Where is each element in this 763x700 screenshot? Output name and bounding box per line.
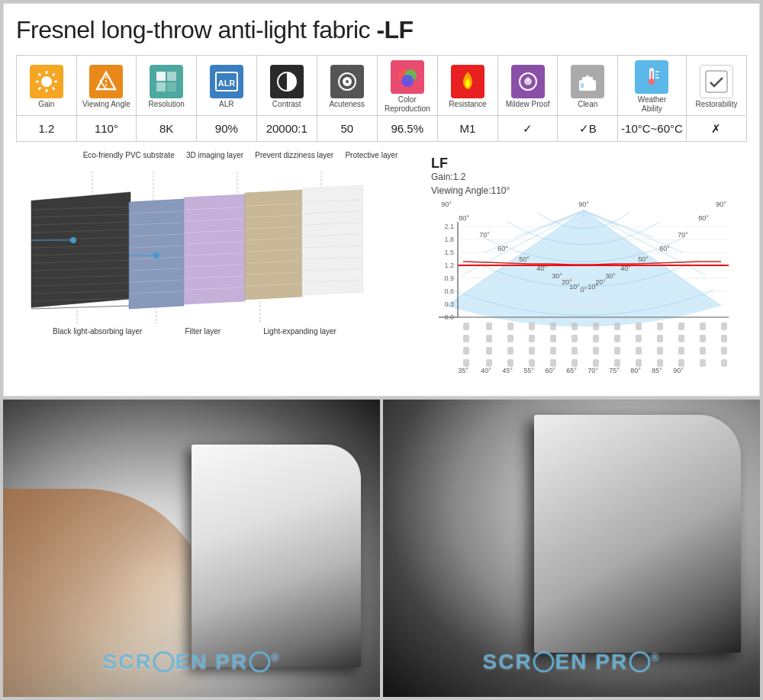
screen-pro-logo-right: SCREN PR® <box>482 650 660 674</box>
spec-contrast: Contrast <box>256 56 317 116</box>
val-viewing-angle: 110° <box>76 116 137 142</box>
svg-rect-180 <box>593 347 599 355</box>
svg-text:70°: 70° <box>588 367 598 374</box>
diagram-left: Eco-friendly PVC substrate 3D imaging la… <box>16 151 419 390</box>
screen-pro-o4-icon <box>629 651 650 673</box>
spec-restorability: Restorability <box>686 56 746 116</box>
main-container: Fresnel long-throw anti-light fabric -LF… <box>0 0 763 700</box>
val-restorability: ✗ <box>686 116 746 142</box>
svg-line-8 <box>38 88 40 90</box>
svg-text:55°: 55° <box>523 367 534 374</box>
svg-rect-161 <box>463 335 469 342</box>
svg-marker-74 <box>245 190 302 300</box>
spec-viewing-angle: Viewing Angle <box>76 56 137 116</box>
svg-rect-151 <box>529 323 535 330</box>
svg-rect-158 <box>678 323 684 330</box>
alr-icon: ALR <box>210 65 243 98</box>
svg-point-21 <box>346 80 349 83</box>
acuteness-icon <box>330 65 364 98</box>
alr-label: ALR <box>198 100 255 109</box>
svg-rect-171 <box>678 335 684 342</box>
svg-rect-170 <box>657 335 663 342</box>
svg-rect-167 <box>593 335 599 342</box>
svg-text:30°: 30° <box>605 272 616 280</box>
svg-rect-15 <box>167 82 176 92</box>
svg-rect-194 <box>614 359 620 367</box>
svg-rect-155 <box>614 323 620 330</box>
svg-rect-168 <box>614 335 620 342</box>
weather-ability-label: WeatherAbility <box>620 95 684 114</box>
diagram-right: LF Gain:1.2 Viewing Angle:110° <box>427 151 747 390</box>
svg-text:80°: 80° <box>459 214 469 222</box>
svg-text:ALR: ALR <box>218 79 236 88</box>
svg-rect-184 <box>678 347 684 355</box>
svg-rect-181 <box>614 347 620 355</box>
svg-rect-165 <box>550 335 556 342</box>
svg-text:40°: 40° <box>481 367 491 374</box>
svg-text:65°: 65° <box>566 367 577 374</box>
svg-point-26 <box>526 77 530 82</box>
specs-table: Gain Viewing Angle Resolutio <box>16 55 747 142</box>
svg-text:45°: 45° <box>502 367 513 374</box>
svg-text:90°: 90° <box>716 201 726 208</box>
svg-rect-160 <box>721 323 727 330</box>
chart-title: LF <box>431 156 742 172</box>
svg-rect-29 <box>581 83 584 88</box>
label-protective: Protective layer <box>345 151 398 159</box>
svg-rect-172 <box>700 335 706 342</box>
svg-rect-14 <box>156 82 166 92</box>
spec-resistance: Resistance <box>437 56 497 116</box>
svg-line-7 <box>53 74 55 76</box>
svg-text:35°: 35° <box>458 367 468 374</box>
resistance-label: Resistance <box>439 100 496 109</box>
resolution-icon <box>150 65 183 98</box>
spec-resolution: Resolution <box>137 56 197 116</box>
svg-text:1.5: 1.5 <box>444 249 454 256</box>
svg-rect-162 <box>486 335 492 342</box>
svg-rect-186 <box>721 347 727 355</box>
bottom-panel-right: SCREN PR® <box>383 400 760 697</box>
svg-point-0 <box>41 76 52 87</box>
svg-text:0.6: 0.6 <box>444 287 454 295</box>
svg-text:90°: 90° <box>673 367 684 374</box>
registered-mark: ® <box>271 651 280 663</box>
svg-rect-195 <box>636 359 642 367</box>
label-light-expanding: Light-expanding layer <box>263 327 336 336</box>
restorability-icon <box>700 65 733 98</box>
svg-text:50°: 50° <box>519 255 530 263</box>
acuteness-label: Acuteness <box>319 100 375 109</box>
val-gain: 1.2 <box>17 116 77 142</box>
svg-rect-198 <box>700 359 706 367</box>
svg-rect-178 <box>550 347 556 355</box>
svg-rect-169 <box>636 335 642 342</box>
val-color-reproduction: 96.5% <box>377 116 437 142</box>
svg-line-6 <box>53 88 55 90</box>
spec-clean: Clean <box>558 56 618 116</box>
registered-mark-right: ® <box>651 651 660 663</box>
svg-rect-174 <box>463 347 469 355</box>
val-resistance: M1 <box>437 116 497 142</box>
top-panel: Fresnel long-throw anti-light fabric -LF… <box>3 3 760 397</box>
specs-value-row: 1.2 110° 8K 90% 20000:1 50 96.5% M1 ✓ ✓B… <box>17 116 747 142</box>
val-clean: ✓B <box>558 116 618 142</box>
page-title: Fresnel long-throw anti-light fabric -LF <box>16 16 747 44</box>
clean-label: Clean <box>559 100 616 109</box>
val-alr: 90% <box>197 116 257 142</box>
contrast-icon <box>270 65 304 98</box>
clean-icon <box>571 65 604 98</box>
viewing-angle-label: Viewing Angle <box>79 100 135 109</box>
label-filter: Filter layer <box>185 327 221 336</box>
svg-rect-154 <box>593 323 599 330</box>
svg-text:60°: 60° <box>497 245 508 252</box>
svg-rect-166 <box>571 335 578 342</box>
bottom-panels: SCREN PR® SCREN PR® <box>3 400 760 697</box>
svg-rect-163 <box>507 335 513 342</box>
chart-gain: Gain:1.2 <box>431 172 742 182</box>
spec-weather-ability: WeatherAbility <box>618 56 687 116</box>
screen-pro-logo-left: SCREN PR® <box>102 650 280 674</box>
svg-rect-159 <box>700 323 706 330</box>
svg-rect-150 <box>507 323 513 330</box>
weather-ability-icon <box>635 60 668 94</box>
specs-icon-row: Gain Viewing Angle Resolutio <box>17 56 747 116</box>
svg-rect-192 <box>571 359 578 367</box>
